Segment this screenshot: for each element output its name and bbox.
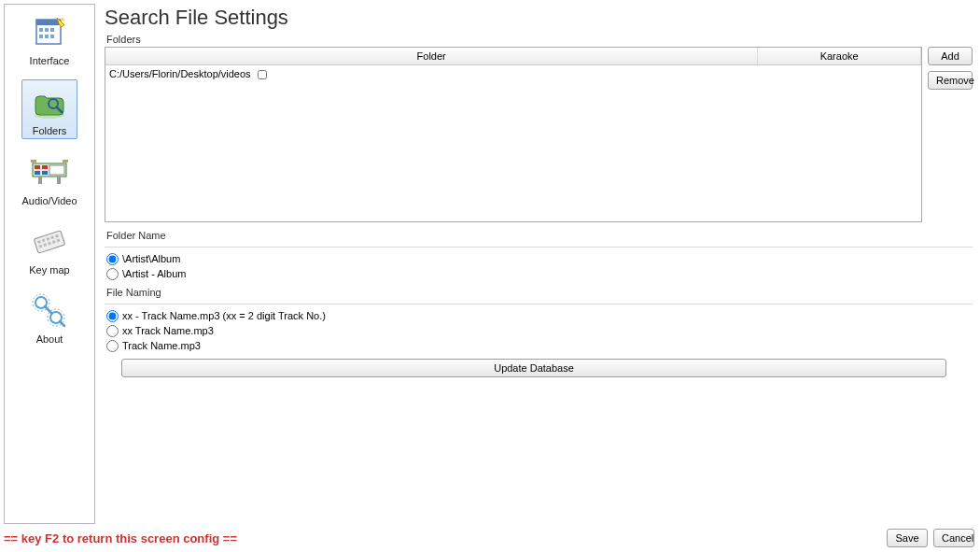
footer-hint: == key F2 to return this screen config =… <box>4 531 237 545</box>
svg-rect-19 <box>57 177 61 184</box>
add-folder-button[interactable]: Add <box>928 47 973 65</box>
svg-rect-21 <box>63 160 68 163</box>
folders-icon <box>29 82 70 123</box>
table-row[interactable]: C:/Users/Florin/Desktop/videos <box>105 64 921 84</box>
folders-col-folder[interactable]: Folder <box>105 48 758 64</box>
folders-col-karaoke[interactable]: Karaoke <box>758 48 921 64</box>
audio-video-icon <box>29 152 70 193</box>
folder-name-option-label: \Artist - Album <box>122 268 186 279</box>
svg-rect-4 <box>50 28 54 32</box>
about-icon <box>29 290 70 332</box>
folder-name-radio-1[interactable] <box>106 253 119 265</box>
interface-icon <box>29 12 70 53</box>
svg-rect-3 <box>45 28 49 32</box>
folder-name-group-label: Folder Name <box>106 230 973 241</box>
svg-rect-6 <box>45 35 49 38</box>
svg-point-8 <box>61 18 64 21</box>
folder-name-radio-2[interactable] <box>106 268 119 280</box>
cancel-button[interactable]: Cancel <box>933 529 974 547</box>
sidebar-item-label: About <box>21 333 77 345</box>
svg-rect-16 <box>42 171 48 175</box>
svg-rect-1 <box>36 20 61 25</box>
sidebar-item-folders[interactable]: Folders <box>21 79 77 139</box>
file-naming-option-label: Track Name.mp3 <box>122 340 201 351</box>
file-naming-radio-2[interactable] <box>106 325 119 337</box>
sidebar-item-audio-video[interactable]: Audio/Video <box>21 150 77 208</box>
sidebar-item-label: Audio/Video <box>21 195 77 206</box>
svg-rect-13 <box>35 165 40 169</box>
file-naming-radio-1[interactable] <box>106 310 119 322</box>
remove-folder-button[interactable]: Remove <box>928 71 973 90</box>
svg-rect-7 <box>50 35 54 38</box>
svg-rect-18 <box>38 177 42 184</box>
keymap-icon <box>29 221 70 262</box>
save-button[interactable]: Save <box>887 529 928 547</box>
folder-name-option-label: \Artist\Album <box>122 253 180 264</box>
svg-rect-15 <box>35 171 40 175</box>
sidebar-item-keymap[interactable]: Key map <box>21 219 77 277</box>
svg-rect-14 <box>42 165 48 169</box>
svg-rect-20 <box>31 160 36 163</box>
svg-line-38 <box>60 321 64 326</box>
file-naming-radio-3[interactable] <box>106 340 119 352</box>
sidebar-item-label: Key map <box>21 264 77 276</box>
update-database-button[interactable]: Update Database <box>121 359 946 377</box>
sidebar-item-label: Folders <box>22 125 77 136</box>
sidebar-item-about[interactable]: About <box>21 289 77 347</box>
sidebar-item-interface[interactable]: Interface <box>21 10 77 68</box>
svg-rect-5 <box>39 35 43 38</box>
svg-rect-2 <box>39 28 43 32</box>
page-title: Search File Settings <box>105 6 973 30</box>
folders-table[interactable]: Folder Karaoke C:/Users/Florin/Desktop/v… <box>105 47 922 222</box>
file-naming-option-label: xx Track Name.mp3 <box>122 325 214 336</box>
folder-karaoke-checkbox[interactable] <box>258 70 267 79</box>
svg-rect-17 <box>49 165 64 175</box>
file-naming-option-label: xx - Track Name.mp3 (xx = 2 digit Track … <box>122 310 326 321</box>
folders-group-label: Folders <box>106 34 973 45</box>
settings-sidebar: Interface Folders <box>4 4 95 524</box>
file-naming-group-label: File Naming <box>106 287 973 298</box>
sidebar-item-label: Interface <box>21 55 77 66</box>
folder-path-cell: C:/Users/Florin/Desktop/videos <box>109 67 251 78</box>
